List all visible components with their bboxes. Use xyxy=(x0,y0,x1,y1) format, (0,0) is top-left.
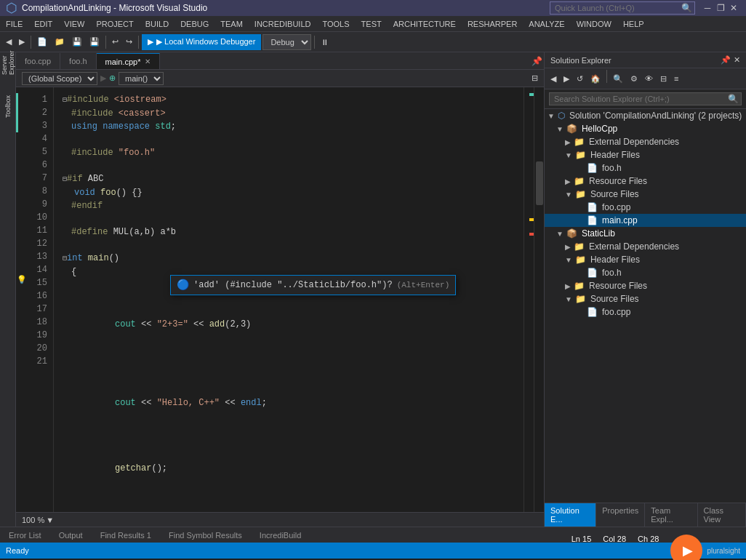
tab-pin-button[interactable]: 📌 xyxy=(529,53,544,69)
tree-resource-files-2[interactable]: ▶ 📁 Resource Files xyxy=(545,279,746,292)
tree-foocpp-staticlib[interactable]: 📄 foo.cpp xyxy=(545,305,746,319)
se-tab-solution[interactable]: Solution E... xyxy=(545,503,596,527)
tree-maincpp[interactable]: 📄 main.cpp xyxy=(545,214,746,227)
tab-find-results[interactable]: Find Results 1 xyxy=(92,527,160,543)
tree-source-files-1[interactable]: ▼ 📁 Source Files xyxy=(545,188,746,201)
tree-ext-deps-1[interactable]: ▶ 📁 External Dependencies xyxy=(545,135,746,148)
solution-explorer-toolbar: ◀ ▶ ↺ 🏠 🔍 ⚙ 👁 ⊟ ≡ xyxy=(545,68,746,89)
save-button[interactable]: 💾 xyxy=(69,33,85,51)
foocpp-staticlib-icon: 📄 xyxy=(587,307,598,317)
code-line-12 xyxy=(63,239,515,252)
tree-fooh-staticlib[interactable]: 📄 foo.h xyxy=(545,266,746,279)
se-tab-properties[interactable]: Properties xyxy=(596,503,645,527)
code-editor[interactable]: 💡 1 2 3 4 5 6 7 8 9 10 11 12 13 14 15 16… xyxy=(16,87,544,512)
menu-item-team[interactable]: TEAM xyxy=(214,16,249,31)
se-props-button[interactable]: ⚙ xyxy=(627,70,641,87)
se-collapse-button[interactable]: ⊟ xyxy=(657,70,670,87)
source-1-arrow: ▼ xyxy=(565,191,572,199)
tree-resource-files-1[interactable]: ▶ 📁 Resource Files xyxy=(545,175,746,188)
code-content[interactable]: ⊟#include <iostream> #include <cassert> … xyxy=(54,87,524,512)
code-line-5: #include "foo.h" xyxy=(63,146,515,159)
menu-item-window[interactable]: WINDOW xyxy=(571,16,617,31)
forward-button[interactable]: ▶ xyxy=(16,33,28,51)
collapse-all-button[interactable]: ⊟ xyxy=(532,73,538,83)
menu-item-edit[interactable]: EDIT xyxy=(28,16,58,31)
run-icon: ▶ xyxy=(148,37,153,47)
tree-header-files-1[interactable]: ▼ 📁 Header Files xyxy=(545,148,746,161)
se-tab-team[interactable]: Team Expl... xyxy=(645,503,697,527)
line-num: 16 xyxy=(31,289,47,303)
solution-explorer-tree[interactable]: ▼ ⬡ Solution 'CompilationAndLinking' (2 … xyxy=(545,109,746,503)
menu-item-view[interactable]: VIEW xyxy=(58,16,90,31)
menu-item-incredibuild[interactable]: INCREDIBUILD xyxy=(249,16,317,31)
scope-dropdown[interactable]: (Global Scope) xyxy=(22,72,97,85)
menu-item-tools[interactable]: TOOLS xyxy=(316,16,355,31)
se-home-button[interactable]: 🏠 xyxy=(587,70,603,87)
zoom-dropdown-icon[interactable]: ▼ xyxy=(46,516,54,524)
menu-item-file[interactable]: FILE xyxy=(0,16,28,31)
tree-hellocpp[interactable]: ▼ 📦 HelloCpp xyxy=(545,122,746,135)
tab-main-cpp-close[interactable]: ✕ xyxy=(145,57,151,65)
save-all-button[interactable]: 💾 xyxy=(87,33,103,51)
se-search-input[interactable] xyxy=(549,92,742,105)
tree-staticlib[interactable]: ▼ 📦 StaticLib xyxy=(545,227,746,240)
scrollbar-thumb[interactable] xyxy=(536,161,543,205)
tree-solution[interactable]: ▼ ⬡ Solution 'CompilationAndLinking' (2 … xyxy=(545,109,746,122)
menu-item-architecture[interactable]: ARCHITECTURE xyxy=(388,16,462,31)
minimize-button[interactable]: ─ xyxy=(701,1,714,15)
status-ch: Ch 28 xyxy=(638,535,659,560)
tab-foo-cpp[interactable]: foo.cpp xyxy=(16,53,60,69)
solution-label: Solution 'CompilationAndLinking' (2 proj… xyxy=(569,111,742,121)
tab-main-cpp[interactable]: main.cpp* ✕ xyxy=(97,53,161,69)
server-explorer-icon[interactable]: Server Explorer xyxy=(1,55,15,70)
toolbox-icon[interactable]: Toolbox xyxy=(1,99,15,113)
open-button[interactable]: 📁 xyxy=(52,33,68,51)
breakpoint-button[interactable]: ⏸ xyxy=(318,33,332,51)
menu-item-resharper[interactable]: RESHARPER xyxy=(462,16,523,31)
line-num: 18 xyxy=(31,316,47,329)
lightbulb-icon[interactable]: 💡 xyxy=(17,275,27,284)
se-preview-button[interactable]: 👁 xyxy=(642,70,656,87)
tab-incredibuild[interactable]: IncrediBuild xyxy=(251,527,310,543)
line-num: 17 xyxy=(31,303,47,316)
menu-item-test[interactable]: TEST xyxy=(356,16,388,31)
se-settings-button[interactable]: ≡ xyxy=(671,70,681,87)
quick-launch-input[interactable] xyxy=(550,1,695,15)
menu-item-help[interactable]: HELP xyxy=(617,16,650,31)
tree-source-files-2[interactable]: ▼ 📁 Source Files xyxy=(545,292,746,305)
menu-item-project[interactable]: PROJECT xyxy=(90,16,139,31)
run-button[interactable]: ▶ ▶ Local Windows Debugger xyxy=(142,34,261,50)
tab-find-symbol[interactable]: Find Symbol Results xyxy=(160,527,251,543)
redo-button[interactable]: ↪ xyxy=(123,33,135,51)
restore-button[interactable]: ❐ xyxy=(714,1,727,15)
menu-item-analyze[interactable]: ANALYZE xyxy=(523,16,570,31)
se-filter-button[interactable]: 🔍 xyxy=(610,70,626,87)
tree-fooh-hellocpp[interactable]: 📄 foo.h xyxy=(545,161,746,175)
back-button[interactable]: ◀ xyxy=(3,33,15,51)
source-2-icon: 📁 xyxy=(575,294,586,304)
se-tab-classview[interactable]: Class View xyxy=(698,503,746,527)
config-dropdown[interactable]: Debug xyxy=(262,34,311,50)
tree-foocpp-hellocpp[interactable]: 📄 foo.cpp xyxy=(545,201,746,214)
menu-item-build[interactable]: BUILD xyxy=(140,16,175,31)
tree-ext-deps-2[interactable]: ▶ 📁 External Dependencies xyxy=(545,240,746,253)
se-refresh-button[interactable]: ↺ xyxy=(574,70,586,87)
ps-play-icon: ▶ xyxy=(683,543,693,559)
tab-output[interactable]: Output xyxy=(50,527,92,543)
hellocpp-icon: 📦 xyxy=(566,124,577,134)
se-back-button[interactable]: ◀ xyxy=(548,70,559,87)
tree-header-files-2[interactable]: ▼ 📁 Header Files xyxy=(545,253,746,266)
se-forward-button[interactable]: ▶ xyxy=(561,70,572,87)
line-num: 1 xyxy=(31,93,47,106)
se-pin-button[interactable]: 📌 xyxy=(721,55,731,65)
tab-foo-h[interactable]: foo.h xyxy=(60,53,96,69)
vertical-scrollbar[interactable] xyxy=(534,87,544,512)
autocomplete-popup[interactable]: 🔵 'add' (#include "../StaticLib/foo.h")?… xyxy=(170,275,456,295)
se-close-button[interactable]: ✕ xyxy=(734,55,740,65)
menu-item-debug[interactable]: DEBUG xyxy=(175,16,214,31)
close-button[interactable]: ✕ xyxy=(727,1,740,15)
function-dropdown[interactable]: main() xyxy=(119,72,164,85)
tab-error-list[interactable]: Error List xyxy=(0,527,50,543)
new-project-button[interactable]: 📄 xyxy=(34,33,50,51)
undo-button[interactable]: ↩ xyxy=(109,33,121,51)
